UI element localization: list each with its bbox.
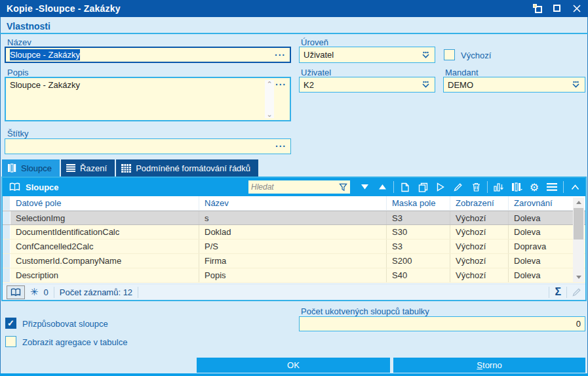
columns-icon — [7, 163, 16, 173]
cell-zobrazeni: Výchozí — [450, 240, 509, 253]
titlebar[interactable]: Kopie -Sloupce - Zakázky — [0, 0, 588, 17]
uzivatel-combo[interactable]: K2 — [299, 77, 435, 93]
nazev-ellipsis-button[interactable]: ··· — [275, 52, 286, 58]
copy-icon[interactable] — [416, 180, 429, 194]
popis-textarea[interactable]: Sloupce - Zakázky ⌃ ⌄ ··· — [5, 77, 291, 121]
uzivatel-value: K2 — [304, 80, 314, 90]
book-icon — [10, 288, 21, 297]
collapse-panel-icon[interactable] — [568, 180, 581, 194]
fit-columns-label: Přizpůsobovat sloupce — [22, 319, 108, 329]
new-record-icon[interactable] — [399, 180, 412, 194]
uroven-label: Úroveň — [301, 37, 328, 47]
close-icon[interactable] — [572, 4, 581, 13]
popis-ellipsis-button[interactable]: ··· — [275, 82, 286, 87]
gear-icon[interactable]: ⚙ — [528, 180, 541, 194]
status-right-tools: Σ — [549, 286, 581, 298]
book-view-button[interactable] — [7, 285, 25, 299]
column-settings-icon[interactable] — [510, 180, 523, 194]
stitky-input[interactable]: ··· — [5, 138, 291, 154]
cell-nazev: Doklad — [199, 225, 387, 239]
chart-settings-icon[interactable] — [492, 180, 505, 194]
table-row[interactable]: DocumentIdentificationCalc Doklad S30 Vý… — [3, 225, 585, 240]
row-gutter — [3, 268, 10, 282]
filter-icon[interactable] — [339, 183, 347, 192]
ok-button[interactable]: OK — [197, 358, 390, 373]
dock-icon[interactable] — [533, 4, 542, 13]
show-aggregations-label: Zobrazit agregace v tabulce — [22, 337, 127, 347]
table-row[interactable]: SelectionImg s S3 Výchozí Doleva — [3, 211, 585, 225]
move-down-icon[interactable] — [358, 180, 371, 194]
properties-header: Vlastnosti — [0, 18, 588, 34]
sum-sigma-icon[interactable]: Σ — [555, 286, 561, 298]
storno-accel: S — [477, 360, 482, 370]
panel-toolbar: ⚙ — [358, 180, 581, 194]
cell-zobrazeni: Výchozí — [450, 254, 509, 268]
dropdown-icon[interactable] — [421, 51, 431, 59]
column-header-maska-pole[interactable]: Maska pole — [387, 196, 450, 210]
anchored-columns-label: Počet ukotvených sloupců tabulky — [301, 306, 429, 316]
table-header-row: Datové pole Název Maska pole Zobrazení Z… — [3, 196, 585, 211]
column-header-datove-pole[interactable]: Datové pole — [10, 196, 199, 210]
menu-hamburger-icon[interactable] — [545, 180, 559, 194]
row-gutter — [3, 225, 10, 239]
cell-zobrazeni: Výchozí — [450, 211, 509, 224]
run-icon[interactable] — [434, 180, 447, 194]
tab-razeni[interactable]: Řazení — [61, 159, 115, 177]
uroven-combo[interactable]: Uživatel — [299, 47, 435, 63]
search-input[interactable] — [251, 182, 339, 192]
cell-maska-pole: S30 — [387, 225, 450, 239]
table-row[interactable]: Description Popis S40 Výchozí Doleva — [3, 268, 585, 283]
cell-maska-pole: S3 — [387, 211, 450, 224]
scroll-up-icon[interactable] — [573, 198, 584, 207]
panel-header: Sloupce — [3, 178, 585, 196]
stitky-ellipsis-button[interactable]: ··· — [275, 144, 286, 149]
scroll-up-icon[interactable]: ⌃ — [265, 80, 273, 88]
maximize-icon[interactable] — [553, 4, 562, 13]
row-gutter — [3, 196, 10, 210]
dropdown-icon[interactable] — [421, 81, 431, 89]
record-count: Počet záznamů: 12 — [60, 287, 132, 297]
edit-pencil-icon-disabled — [572, 287, 581, 297]
tab-podminene-formatovani[interactable]: Podmíněné formátování řádků — [116, 159, 258, 177]
popis-scrollbar[interactable]: ⌃ ⌄ — [265, 80, 274, 118]
scroll-down-icon[interactable]: ⌄ — [265, 110, 273, 118]
cell-maska-pole: S3 — [387, 240, 450, 253]
scroll-down-icon[interactable] — [573, 272, 584, 282]
columns-panel: Sloupce — [1, 177, 587, 301]
anchored-columns-input[interactable]: 0 — [299, 316, 585, 331]
dropdown-icon[interactable] — [571, 81, 581, 89]
cell-zobrazeni: Výchozí — [450, 225, 509, 239]
mandant-combo[interactable]: DEMO — [443, 77, 585, 93]
asterisk-filter-icon[interactable]: ✳ — [30, 286, 39, 298]
cell-datove-pole: SelectionImg — [10, 211, 199, 224]
column-header-nazev[interactable]: Název — [199, 196, 387, 210]
anchored-columns-value: 0 — [576, 319, 581, 329]
scrollbar-thumb[interactable] — [574, 208, 583, 240]
tab-sloupce[interactable]: Sloupce — [2, 159, 60, 177]
fit-columns-checkbox[interactable]: ✓ — [5, 318, 16, 329]
asterisk-count: 0 — [44, 287, 49, 297]
table-row[interactable]: ConfCancelled2Calc P/S S3 Výchozí Doprav… — [3, 240, 585, 254]
vychozi-checkbox[interactable] — [444, 49, 455, 60]
table-scrollbar[interactable] — [573, 198, 584, 282]
cell-datove-pole: CustomerId.CompanyName — [10, 254, 199, 268]
edit-pencil-icon[interactable] — [452, 180, 465, 194]
show-aggregations-checkbox[interactable] — [5, 336, 16, 347]
row-gutter — [3, 211, 10, 224]
tab-label: Řazení — [80, 163, 107, 173]
search-box[interactable] — [248, 180, 350, 194]
move-up-icon[interactable] — [376, 180, 389, 194]
cell-maska-pole: S40 — [387, 268, 450, 282]
nazev-input[interactable]: Sloupce - Zakázky ··· — [5, 47, 291, 63]
table-row[interactable]: CustomerId.CompanyName Firma S200 Výchoz… — [3, 254, 585, 268]
cell-nazev: Popis — [199, 268, 387, 282]
delete-trash-icon[interactable] — [469, 180, 482, 194]
storno-button[interactable]: Storno — [393, 358, 585, 373]
nazev-value: Sloupce - Zakázky — [10, 49, 80, 60]
cell-datove-pole: Description — [10, 268, 199, 282]
tab-label: Podmíněné formátování řádků — [136, 163, 250, 173]
cell-nazev: Firma — [199, 254, 387, 268]
tab-bar: Sloupce Řazení Podmíněné formátování řád… — [2, 159, 258, 177]
cell-nazev: s — [199, 211, 387, 224]
column-header-zobrazeni[interactable]: Zobrazení — [450, 196, 509, 210]
